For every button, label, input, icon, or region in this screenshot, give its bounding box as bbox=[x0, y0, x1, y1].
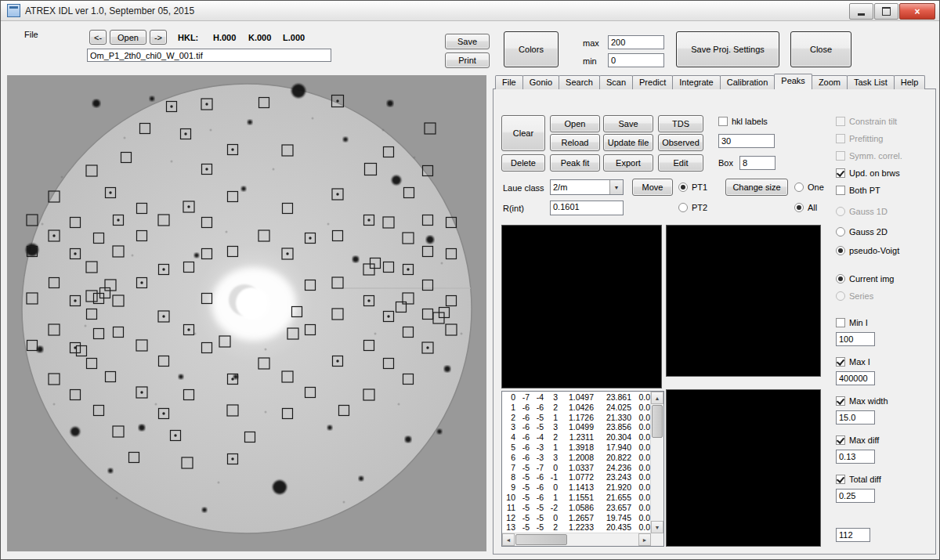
scroll-up-button[interactable]: ▲ bbox=[651, 392, 663, 404]
diffraction-image[interactable] bbox=[7, 75, 486, 551]
max-diff-input[interactable] bbox=[836, 450, 875, 464]
total-diff-input[interactable] bbox=[836, 489, 875, 503]
laue-class-value: 2/m bbox=[551, 182, 609, 192]
peaks-open-button[interactable]: Open bbox=[550, 115, 600, 132]
peak-list-row[interactable]: 10-5-611.155121.6550.0 bbox=[503, 493, 650, 503]
peak-list-row[interactable]: 1-6-621.042624.0250.0 bbox=[503, 403, 650, 413]
edit-button[interactable]: Edit bbox=[658, 154, 703, 172]
peak-list-row[interactable]: 0-7-431.049723.8610.0 bbox=[503, 392, 650, 403]
change-size-button[interactable]: Change size bbox=[725, 179, 788, 196]
hkl-labels-checkbox[interactable]: hkl labels bbox=[718, 115, 768, 128]
both-pt-checkbox[interactable]: Both PT bbox=[836, 184, 880, 197]
tab-calibration[interactable]: Calibration bbox=[720, 75, 776, 89]
tab-scan[interactable]: Scan bbox=[599, 75, 633, 89]
chevron-down-icon[interactable]: ▼ bbox=[609, 180, 623, 194]
colors-button[interactable]: Colors bbox=[504, 31, 559, 67]
max-width-input[interactable] bbox=[836, 410, 875, 425]
scroll-right-button[interactable]: ► bbox=[638, 533, 651, 546]
peak-list-row[interactable]: 7-5-701.033724.2360.0 bbox=[503, 463, 650, 473]
current-img-radio[interactable]: Current img bbox=[836, 273, 894, 285]
tab-search[interactable]: Search bbox=[559, 75, 600, 89]
pt2-radio[interactable]: PT2 bbox=[678, 201, 707, 214]
peak-list-row[interactable]: 9-5-601.141321.9200.0 bbox=[503, 482, 650, 493]
symm-correl-checkbox[interactable]: Symm. correl. bbox=[836, 150, 902, 162]
peak-list-row[interactable]: 4-6-421.231120.3040.0 bbox=[503, 432, 650, 443]
pseudo-voigt-radio[interactable]: pseudo-Voigt bbox=[836, 244, 899, 257]
profile-preview-right[interactable] bbox=[666, 225, 821, 377]
min-i-input[interactable] bbox=[836, 332, 875, 346]
delete-button[interactable]: Delete bbox=[501, 154, 545, 172]
total-diff-checkbox[interactable]: Total diff bbox=[836, 473, 881, 486]
diffraction-spot bbox=[273, 480, 287, 494]
tab-peaks[interactable]: Peaks bbox=[774, 74, 812, 89]
peak-list-row[interactable]: 13-5-521.223320.4350.0 bbox=[503, 522, 650, 533]
series-radio[interactable]: Series bbox=[836, 290, 873, 302]
tab-gonio[interactable]: Gonio bbox=[522, 75, 559, 89]
upd-on-brws-checkbox[interactable]: Upd. on brws bbox=[836, 167, 900, 179]
tab-integrate[interactable]: Integrate bbox=[672, 75, 720, 89]
peak-list-row[interactable]: 12-5-501.265719.7450.0 bbox=[503, 513, 650, 523]
nav-forward-button[interactable]: -> bbox=[150, 30, 167, 45]
save-proj-settings-button[interactable]: Save Proj. Settings bbox=[676, 31, 779, 67]
observed-button[interactable]: Observed bbox=[658, 134, 703, 151]
box-size-input[interactable] bbox=[739, 156, 776, 170]
scroll-left-button[interactable]: ◄ bbox=[502, 533, 515, 546]
gauss-2d-radio[interactable]: Gauss 2D bbox=[836, 226, 888, 238]
min-i-checkbox[interactable]: Min I bbox=[836, 316, 868, 329]
clear-button[interactable]: Clear bbox=[501, 115, 545, 151]
minimize-button[interactable] bbox=[849, 3, 873, 20]
max-i-input[interactable] bbox=[836, 371, 875, 385]
filename-input[interactable] bbox=[87, 49, 331, 62]
laue-class-select[interactable]: 2/m ▼ bbox=[550, 179, 624, 195]
peak-list-row[interactable]: 11-5-5-21.058623.6570.0 bbox=[503, 503, 650, 513]
constrain-tilt-checkbox[interactable]: Constrain tilt bbox=[836, 115, 897, 128]
max-i-checkbox[interactable]: Max I bbox=[836, 356, 870, 368]
pt1-radio[interactable]: PT1 bbox=[678, 181, 707, 193]
peak-list-row[interactable]: 8-5-6-11.077223.2430.0 bbox=[503, 472, 650, 482]
gauss-1d-radio[interactable]: Gauss 1D bbox=[836, 205, 888, 218]
close-app-button[interactable]: Close bbox=[790, 31, 851, 67]
scroll-down-button[interactable]: ▼ bbox=[651, 521, 663, 533]
max-width-checkbox[interactable]: Max width bbox=[836, 395, 888, 407]
min-input[interactable] bbox=[608, 53, 664, 67]
peak-list-row[interactable]: 5-6-311.391817.9400.0 bbox=[503, 443, 650, 453]
profile-preview-bottom[interactable] bbox=[666, 389, 821, 547]
max-diff-checkbox[interactable]: Max diff bbox=[836, 434, 879, 446]
title-bar[interactable]: ATREX IDL ver 1.0, September 05, 2015 × bbox=[1, 1, 939, 21]
save-button[interactable]: Save bbox=[445, 34, 490, 49]
max-input[interactable] bbox=[608, 35, 664, 49]
prefitting-checkbox[interactable]: Prefitting bbox=[836, 132, 883, 145]
close-button[interactable]: × bbox=[899, 3, 935, 20]
vertical-scrollbar[interactable]: ▲ ▼ bbox=[650, 392, 663, 533]
tab-task-list[interactable]: Task List bbox=[847, 75, 895, 89]
tab-file[interactable]: File bbox=[495, 75, 523, 89]
nav-back-button[interactable]: <- bbox=[89, 30, 107, 45]
peak-list-row[interactable]: 6-6-331.200820.8220.0 bbox=[503, 453, 650, 463]
all-radio[interactable]: All bbox=[794, 201, 817, 214]
peak-list-row[interactable]: 3-6-531.049923.8560.0 bbox=[503, 422, 650, 432]
horizontal-scrollbar[interactable]: ◄ ► bbox=[502, 533, 651, 546]
horizontal-scroll-thumb[interactable] bbox=[515, 534, 567, 545]
one-radio[interactable]: One bbox=[794, 181, 824, 193]
tab-help[interactable]: Help bbox=[894, 75, 926, 89]
reload-button[interactable]: Reload bbox=[550, 134, 600, 151]
move-button[interactable]: Move bbox=[632, 179, 673, 196]
update-file-button[interactable]: Update file bbox=[603, 134, 653, 151]
vertical-scroll-thumb[interactable] bbox=[652, 405, 663, 438]
peak-listbox[interactable]: 0-7-431.049723.8610.01-6-621.042624.0250… bbox=[501, 391, 664, 547]
peaks-save-button[interactable]: Save bbox=[603, 115, 653, 132]
print-button[interactable]: Print bbox=[445, 52, 490, 68]
peak-count-field[interactable] bbox=[836, 528, 870, 542]
open-button[interactable]: Open bbox=[110, 30, 146, 45]
export-button[interactable]: Export bbox=[603, 154, 653, 172]
maximize-button[interactable] bbox=[874, 3, 898, 20]
peak-list-row[interactable]: 2-6-511.172621.3300.0 bbox=[503, 413, 650, 423]
tab-predict[interactable]: Predict bbox=[632, 75, 673, 89]
labels-count-input[interactable] bbox=[718, 134, 775, 148]
diffraction-spot bbox=[359, 476, 363, 481]
tab-zoom[interactable]: Zoom bbox=[812, 75, 848, 89]
peak-fit-button[interactable]: Peak fit bbox=[550, 154, 600, 172]
menu-file[interactable]: File bbox=[24, 30, 38, 39]
tds-button[interactable]: TDS bbox=[658, 115, 703, 132]
profile-preview-left[interactable] bbox=[501, 225, 662, 388]
